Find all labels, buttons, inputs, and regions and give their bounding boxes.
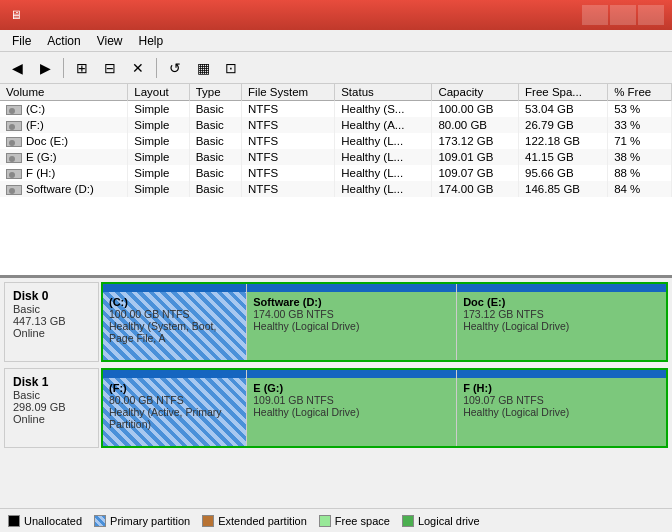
partition-logical[interactable]: Doc (E:)173.12 GB NTFSHealthy (Logical D… [457,284,666,360]
table-cell: Software (D:) [0,181,128,197]
partition-logical[interactable]: Software (D:)174.00 GB NTFSHealthy (Logi… [247,284,457,360]
partition-primary[interactable]: (F:)80.00 GB NTFSHealthy (Active, Primar… [103,370,247,446]
partition-size: 80.00 GB NTFS [109,394,240,406]
menu-item-file[interactable]: File [4,32,39,50]
table-row[interactable]: F (H:)SimpleBasicNTFSHealthy (L...109.07… [0,165,672,181]
legend-item-logical: Logical drive [402,515,480,527]
partition-size: 109.01 GB NTFS [253,394,450,406]
toolbar-separator [156,58,157,78]
disk-status: Online [13,413,90,425]
table-cell: E (G:) [0,149,128,165]
disk-status: Online [13,327,90,339]
main-content: VolumeLayoutTypeFile SystemStatusCapacit… [0,84,672,508]
col-header-status[interactable]: Status [335,84,432,101]
table-cell: 174.00 GB [432,181,519,197]
app-icon: 🖥 [8,7,24,23]
back-button[interactable]: ◀ [4,56,30,80]
forward-button[interactable]: ▶ [32,56,58,80]
add-button[interactable]: ⊞ [69,56,95,80]
disk-partitions: (C:)100.00 GB NTFSHealthy (System, Boot,… [101,282,668,362]
table-cell: Simple [128,165,189,181]
refresh-button[interactable]: ↺ [162,56,188,80]
table-header-row: VolumeLayoutTypeFile SystemStatusCapacit… [0,84,672,101]
table-row[interactable]: Software (D:)SimpleBasicNTFSHealthy (L..… [0,181,672,197]
table-cell: (C:) [0,101,128,118]
volume-icon [6,121,22,131]
disk-row: Disk 1 Basic 298.09 GB Online(F:)80.00 G… [4,368,668,448]
table-row[interactable]: (F:)SimpleBasicNTFSHealthy (A...80.00 GB… [0,117,672,133]
toolbar-separator [63,58,64,78]
table-cell: 53 % [608,101,672,118]
remove-button[interactable]: ⊟ [97,56,123,80]
partition-size: 174.00 GB NTFS [253,308,450,320]
table-cell: 41.15 GB [519,149,608,165]
delete-button[interactable]: ✕ [125,56,151,80]
table-cell: Basic [189,133,241,149]
partition-status: Healthy (Logical Drive) [463,406,660,418]
col-header-layout[interactable]: Layout [128,84,189,101]
table-row[interactable]: E (G:)SimpleBasicNTFSHealthy (L...109.01… [0,149,672,165]
table-cell: Simple [128,101,189,118]
legend-swatch-unallocated [8,515,20,527]
table-cell: 80.00 GB [432,117,519,133]
table-cell: 84 % [608,181,672,197]
partition-primary[interactable]: (C:)100.00 GB NTFSHealthy (System, Boot,… [103,284,247,360]
layout-button[interactable]: ▦ [190,56,216,80]
partition-status: Healthy (Active, Primary Partition) [109,406,240,430]
partition-header-bar [247,370,456,378]
table-cell: 100.00 GB [432,101,519,118]
table-cell: NTFS [242,181,335,197]
partition-label: E (G:) [253,382,450,394]
partition-label: (F:) [109,382,240,394]
toolbar: ◀▶⊞⊟✕↺▦⊡ [0,52,672,84]
disk-type: Basic [13,389,90,401]
table-cell: F (H:) [0,165,128,181]
disk-row: Disk 0 Basic 447.13 GB Online(C:)100.00 … [4,282,668,362]
table-cell: NTFS [242,101,335,118]
partition-header-bar [103,284,246,292]
legend-item-primary: Primary partition [94,515,190,527]
col-header-file-system[interactable]: File System [242,84,335,101]
col-header-type[interactable]: Type [189,84,241,101]
table-cell: (F:) [0,117,128,133]
legend-label-logical: Logical drive [418,515,480,527]
volume-icon [6,153,22,163]
legend-swatch-free [319,515,331,527]
table-row[interactable]: (C:)SimpleBasicNTFSHealthy (S...100.00 G… [0,101,672,118]
col-header---free[interactable]: % Free [608,84,672,101]
legend-label-extended: Extended partition [218,515,307,527]
table-cell: Healthy (L... [335,133,432,149]
menu-bar: FileActionViewHelp [0,30,672,52]
col-header-volume[interactable]: Volume [0,84,128,101]
menu-item-action[interactable]: Action [39,32,88,50]
partition-status: Healthy (Logical Drive) [253,320,450,332]
partition-label: Doc (E:) [463,296,660,308]
properties-button[interactable]: ⊡ [218,56,244,80]
partition-logical[interactable]: F (H:)109.07 GB NTFSHealthy (Logical Dri… [457,370,666,446]
menu-item-help[interactable]: Help [131,32,172,50]
partition-status: Healthy (System, Boot, Page File, A [109,320,240,344]
disk-name: Disk 0 [13,289,90,303]
menu-item-view[interactable]: View [89,32,131,50]
partition-size: 109.07 GB NTFS [463,394,660,406]
close-button[interactable] [638,5,664,25]
legend-swatch-extended [202,515,214,527]
partition-label: Software (D:) [253,296,450,308]
table-cell: Doc (E:) [0,133,128,149]
volume-icon [6,137,22,147]
table-cell: NTFS [242,165,335,181]
table-row[interactable]: Doc (E:)SimpleBasicNTFSHealthy (L...173.… [0,133,672,149]
legend-swatch-primary [94,515,106,527]
legend-swatch-logical [402,515,414,527]
col-header-capacity[interactable]: Capacity [432,84,519,101]
table-cell: 109.07 GB [432,165,519,181]
disk-name: Disk 1 [13,375,90,389]
col-header-free-spa---[interactable]: Free Spa... [519,84,608,101]
volume-table-area[interactable]: VolumeLayoutTypeFile SystemStatusCapacit… [0,84,672,278]
table-cell: 122.18 GB [519,133,608,149]
table-cell: NTFS [242,117,335,133]
maximize-button[interactable] [610,5,636,25]
minimize-button[interactable] [582,5,608,25]
partition-logical[interactable]: E (G:)109.01 GB NTFSHealthy (Logical Dri… [247,370,457,446]
table-cell: Healthy (S... [335,101,432,118]
